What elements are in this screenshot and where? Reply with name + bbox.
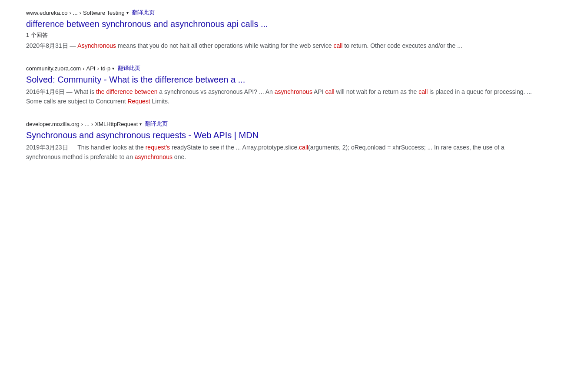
search-results-container: www.edureka.co › ... › Software Testing … — [26, 9, 538, 162]
breadcrumb-sep1: › — [81, 121, 83, 127]
result-answers-count: 1 个回答 — [26, 31, 538, 39]
result-snippet-1: 2020年8月31日 — Asynchronous means that you… — [26, 41, 538, 50]
translate-arrow-icon: ▾ — [126, 10, 129, 15]
highlight-keyword: request's — [146, 144, 170, 151]
highlight-keyword: call — [333, 42, 342, 49]
result-domain: community.zuora.com — [26, 65, 81, 72]
result-block-2: community.zuora.com › API › td-p ▾翻译此页So… — [26, 64, 538, 106]
highlight-keyword: call — [418, 88, 428, 95]
result-block-3: developer.mozilla.org › ... › XMLHttpReq… — [26, 120, 538, 162]
highlight-keyword: call — [325, 88, 334, 95]
breadcrumb-sep2: › — [80, 10, 81, 16]
result-url-1: www.edureka.co › ... › Software Testing … — [26, 9, 538, 17]
highlight-keyword: asynchronous — [135, 153, 173, 160]
highlight-keyword: Asynchronous — [77, 42, 116, 49]
breadcrumb-part2: td-p — [101, 65, 110, 72]
result-domain: www.edureka.co — [26, 10, 67, 16]
result-block-1: www.edureka.co › ... › Software Testing … — [26, 9, 538, 50]
translate-arrow-icon: ▾ — [139, 122, 142, 126]
result-snippet-3: 2019年3月23日 — This handler looks at the r… — [26, 143, 538, 162]
translate-button[interactable]: 翻译此页 — [118, 64, 140, 72]
result-title-1[interactable]: difference between synchronous and async… — [26, 18, 538, 30]
breadcrumb-part1: API — [86, 65, 96, 72]
translate-button[interactable]: 翻译此页 — [145, 120, 168, 128]
breadcrumb-part1: ... — [73, 10, 78, 16]
translate-button[interactable]: 翻译此页 — [132, 9, 155, 17]
highlight-keyword: Request — [127, 98, 150, 105]
result-url-3: developer.mozilla.org › ... › XMLHttpReq… — [26, 120, 538, 128]
highlight-keyword: the difference between — [96, 88, 157, 95]
result-url-2: community.zuora.com › API › td-p ▾翻译此页 — [26, 64, 538, 72]
breadcrumb-sep2: › — [91, 121, 93, 127]
result-title-2[interactable]: Solved: Community - What is the differen… — [26, 74, 538, 85]
result-snippet-2: 2016年1月6日 — What is the difference betwe… — [26, 87, 538, 106]
breadcrumb-part1: ... — [85, 121, 90, 127]
breadcrumb-sep1: › — [69, 10, 71, 16]
highlight-keyword: asynchronous — [275, 88, 312, 95]
breadcrumb-sep1: › — [83, 65, 84, 72]
highlight-keyword: call — [299, 144, 308, 151]
breadcrumb-part2: XMLHttpRequest — [95, 121, 138, 127]
result-title-3[interactable]: Synchronous and asynchronous requests - … — [26, 130, 538, 141]
result-domain: developer.mozilla.org — [26, 121, 80, 127]
breadcrumb-part2: Software Testing — [83, 10, 125, 16]
translate-arrow-icon: ▾ — [112, 66, 114, 71]
breadcrumb-sep2: › — [97, 65, 99, 72]
